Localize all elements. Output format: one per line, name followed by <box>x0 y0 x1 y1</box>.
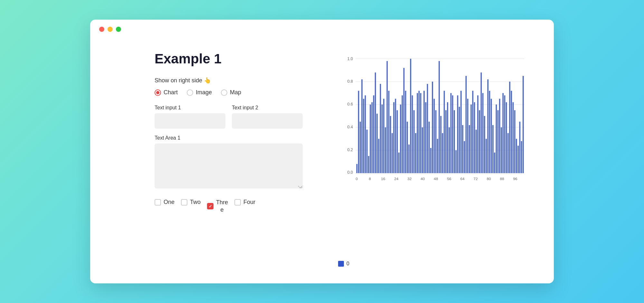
svg-rect-54 <box>427 84 428 173</box>
svg-rect-71 <box>455 150 457 173</box>
text-input-2-label: Text input 2 <box>232 105 303 111</box>
text-input-2[interactable] <box>232 113 303 129</box>
svg-rect-60 <box>437 139 438 173</box>
svg-text:48: 48 <box>434 177 438 181</box>
radio-chart[interactable]: Chart <box>155 89 178 96</box>
checkbox-one[interactable]: One <box>155 199 175 206</box>
svg-rect-104 <box>511 91 512 173</box>
checkbox-group: One Two Three Four <box>155 199 303 214</box>
svg-rect-31 <box>388 91 390 173</box>
svg-rect-53 <box>425 102 426 173</box>
titlebar <box>90 20 554 35</box>
text-input-1[interactable] <box>155 113 225 129</box>
svg-rect-74 <box>460 91 462 173</box>
text-area-1[interactable] <box>155 143 303 188</box>
svg-rect-82 <box>474 102 475 173</box>
svg-rect-78 <box>467 99 469 173</box>
svg-rect-98 <box>501 127 502 173</box>
svg-rect-88 <box>484 116 485 173</box>
checkbox-four-box <box>234 199 241 206</box>
legend-color-0 <box>338 261 344 267</box>
legend-label-0: 0 <box>346 261 349 267</box>
svg-rect-21 <box>372 102 373 173</box>
svg-rect-41 <box>405 91 406 173</box>
checkbox-one-label: One <box>164 199 175 206</box>
svg-rect-81 <box>472 91 473 173</box>
svg-rect-52 <box>423 91 425 173</box>
svg-text:24: 24 <box>394 177 399 181</box>
svg-rect-108 <box>517 146 519 173</box>
svg-rect-91 <box>489 91 490 173</box>
svg-rect-38 <box>400 105 401 173</box>
textarea-wrapper: ⤡ <box>155 143 303 190</box>
svg-rect-20 <box>370 105 371 173</box>
svg-text:96: 96 <box>513 177 517 181</box>
svg-rect-28 <box>383 99 384 173</box>
svg-rect-64 <box>444 91 445 173</box>
checkbox-two[interactable]: Two <box>181 199 201 206</box>
svg-rect-34 <box>393 102 394 173</box>
svg-rect-12 <box>356 164 358 173</box>
svg-rect-77 <box>466 76 467 173</box>
svg-rect-76 <box>464 141 465 173</box>
svg-text:1.0: 1.0 <box>347 57 353 61</box>
checkbox-four[interactable]: Four <box>234 199 255 206</box>
svg-rect-37 <box>398 152 400 173</box>
svg-text:0: 0 <box>356 177 358 181</box>
radio-chart-label: Chart <box>164 89 178 96</box>
checkbox-three-box <box>207 203 213 209</box>
svg-rect-86 <box>481 72 482 173</box>
svg-rect-43 <box>408 144 410 173</box>
text-input-1-label: Text input 1 <box>155 105 225 111</box>
radio-map[interactable]: Map <box>221 89 241 96</box>
svg-rect-19 <box>368 156 369 173</box>
svg-rect-75 <box>462 125 463 173</box>
svg-text:32: 32 <box>407 177 412 181</box>
svg-rect-97 <box>499 99 500 173</box>
svg-rect-65 <box>445 110 447 173</box>
left-panel: Example 1 Show on right side 👆 Chart Ima… <box>155 41 303 267</box>
svg-rect-100 <box>504 95 506 173</box>
svg-rect-85 <box>479 110 480 173</box>
svg-rect-90 <box>487 79 488 173</box>
svg-text:16: 16 <box>381 177 385 181</box>
maximize-button[interactable] <box>116 27 121 32</box>
svg-rect-96 <box>497 110 499 173</box>
svg-rect-46 <box>413 110 415 173</box>
svg-rect-102 <box>507 133 509 173</box>
svg-rect-57 <box>432 82 433 173</box>
checkbox-two-box <box>181 199 187 206</box>
svg-text:64: 64 <box>460 177 465 181</box>
svg-rect-105 <box>513 102 514 173</box>
svg-rect-45 <box>412 95 413 173</box>
resize-handle-icon: ⤡ <box>298 185 301 188</box>
svg-rect-103 <box>509 82 510 173</box>
checkbox-three-label: Three <box>216 199 228 214</box>
svg-text:40: 40 <box>421 177 425 181</box>
svg-rect-95 <box>496 105 497 173</box>
radio-image[interactable]: Image <box>187 89 212 96</box>
close-button[interactable] <box>99 27 104 32</box>
svg-rect-48 <box>417 93 418 173</box>
svg-rect-68 <box>450 93 452 173</box>
svg-rect-33 <box>392 133 393 173</box>
svg-rect-14 <box>360 122 361 173</box>
svg-text:80: 80 <box>487 177 491 181</box>
svg-rect-49 <box>419 91 420 173</box>
svg-rect-42 <box>407 122 408 173</box>
checkbox-three[interactable]: Three <box>207 199 228 214</box>
svg-rect-23 <box>375 72 376 173</box>
show-on-right-label: Show on right side 👆 <box>155 77 303 84</box>
svg-rect-56 <box>430 148 431 173</box>
minimize-button[interactable] <box>108 27 113 32</box>
radio-group-display: Chart Image Map <box>155 89 303 96</box>
main-content: Example 1 Show on right side 👆 Chart Ima… <box>90 35 554 280</box>
svg-rect-47 <box>415 133 416 173</box>
svg-rect-39 <box>402 95 403 173</box>
chart-legend: 0 <box>322 261 535 267</box>
text-input-1-group: Text input 1 <box>155 105 225 129</box>
svg-text:0.8: 0.8 <box>347 79 353 84</box>
svg-rect-62 <box>440 116 441 173</box>
checkbox-four-label: Four <box>243 199 255 206</box>
svg-rect-40 <box>403 68 405 173</box>
